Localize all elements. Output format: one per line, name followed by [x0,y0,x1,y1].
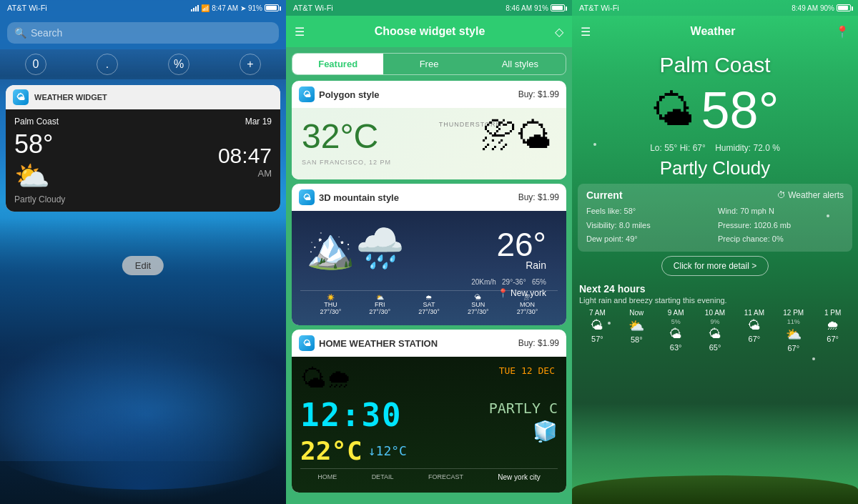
hour-icon-6: 🌧 [814,318,851,333]
status-icons-2: 8:46 AM 91% [506,4,565,12]
panel-widget-chooser: AT&T Wi-Fi 8:46 AM 91% ☰ Choose widget s… [286,0,572,504]
time-3: 8:49 AM [792,4,818,12]
edit-button[interactable]: Edit [122,256,164,275]
sparkle-1 [593,143,596,146]
current-header: Current ⏱ Weather alerts [586,189,844,201]
widget-row-top: Palm Coast Mar 19 [14,117,272,127]
mountain-humidity: 65% [532,278,546,286]
tab-all-styles[interactable]: All styles [475,54,566,74]
feels-like: Feels like: 58° [586,205,712,218]
num-dot[interactable]: . [97,54,118,75]
forecast-mon: ⛈MON27°/30° [517,294,538,315]
tab-featured[interactable]: Featured [292,54,383,74]
home-station-price[interactable]: Buy: $1.99 [518,338,559,348]
home-station-preview: 🌤🌧 12:30 22°C ↓12°C TUE 12 DEC PARTLY C … [292,357,566,493]
search-bar[interactable]: 🔍 Search [0,16,286,49]
current-title: Current [586,189,623,201]
hamburger-icon[interactable]: ☰ [295,25,305,39]
home-date-display: TUE 12 DEC [499,365,555,376]
hourly-forecast-row: 7 AM 🌤 57° Now ⛅ 58° 9 AM 5% 🌤 63° 10 AM… [579,309,851,352]
widget-location: Palm Coast [14,117,59,127]
panel3-title: Weather [591,25,835,38]
sparkle-4 [812,357,815,360]
panel-ios-widget: AT&T Wi-Fi 📶 8:47 AM ➤ 91% 🔍 Search 0 . … [0,0,286,504]
panel3-hamburger-icon[interactable]: ☰ [581,25,591,39]
diamond-icon[interactable]: ◇ [555,25,563,39]
polygon-icon: 🌤 [299,87,315,102]
pressure: Pressure: 1020.6 mb [718,219,844,232]
hour-icon-5: ⛅ [775,327,812,342]
widget-title: WEATHER WIDGET [34,93,107,102]
status-bar-1: AT&T Wi-Fi 📶 8:47 AM ➤ 91% [0,0,286,16]
num-pct[interactable]: % [168,54,189,75]
battery-icon-2 [551,4,565,11]
widget-body: Palm Coast Mar 19 58° ⛅ 08:47 AM Partly … [6,109,280,212]
detail-button[interactable]: Click for more detail > [661,256,769,276]
widget-card-polygon[interactable]: 🌤 Polygon style Buy: $1.99 32°C THUNDERS… [292,81,566,179]
next24-title: Next 24 hours [579,283,851,295]
mountain-card-header: 🌤 3D mountain style Buy: $1.99 [292,184,566,211]
panel-weather-detail: AT&T Wi-Fi 8:49 AM 90% ☰ Weather 📍 Palm … [572,0,858,504]
widget-card-home-station[interactable]: 🌤 HOME WEATHER STATION Buy: $1.99 🌤🌧 12:… [292,330,566,493]
hour-icon-4: 🌤 [736,318,772,333]
forecast-sun: 🌦SUN27°/30° [468,294,489,315]
widget-cloud-icon: ⛅ [14,159,53,193]
hour-icon-0: 🌤 [579,318,616,333]
home-sun-rain-icon: 🌤🌧 [300,364,407,394]
status-bar-3: AT&T Wi-Fi 8:49 AM 90% [572,0,858,16]
next24-section: Next 24 hours Light rain and breezy star… [572,280,858,355]
hour-11am: 11 AM 🌤 67° [736,309,772,352]
home-nav-forecast[interactable]: FORECAST [428,473,463,481]
mountain-icon: 🌤 [299,189,315,205]
home-nav-detail[interactable]: DETAIL [372,473,394,481]
polygon-price[interactable]: Buy: $1.99 [518,89,559,99]
mountain-forecast-row: ☀️THU27°/30° ⛅FRI27°/30° 🌧SAT27°/30° 🌦SU… [300,290,558,318]
battery-icon-3 [837,4,851,11]
widget-card-mountain[interactable]: 🌤 3D mountain style Buy: $1.99 🏔️🌧️ 26° … [292,184,566,325]
sparkle-3 [608,322,611,325]
num-plus[interactable]: + [240,54,261,75]
status-icons-3: 8:49 AM 90% [792,4,851,12]
mountain-condition: Rain [526,260,546,271]
polygon-location: SAN FRANCISCO, 12 PM [302,159,556,166]
forecast-thu: ☀️THU27°/30° [320,294,342,315]
home-nav-home[interactable]: HOME [317,473,337,481]
time-1: 8:47 AM [212,4,238,12]
number-row: 0 . % + [0,49,286,79]
hour-icon-3: 🌤 [697,327,734,342]
current-section: Current ⏱ Weather alerts Feels like: 58°… [578,184,852,252]
num-0[interactable]: 0 [25,54,46,75]
polygon-title-row: 🌤 Polygon style [299,87,380,102]
mountain-scene-icon: 🏔️🌧️ [306,225,405,272]
home-temp-display: 22°C [300,436,363,465]
widget-condition: Partly Cloudy [14,194,272,204]
signal-icon [191,5,199,11]
forecast-fri: ⛅FRI27°/30° [369,294,390,315]
home-station-title-row: 🌤 HOME WEATHER STATION [299,335,438,351]
search-input[interactable]: 🔍 Search [7,22,279,44]
home-location-label: New york city [498,473,540,481]
widget-ampm: AM [218,168,272,179]
battery-pct-1: 91% [248,4,262,12]
polygon-preview: 32°C THUNDERSTORM ⛈🌤 SAN FRANCISCO, 12 P… [292,108,566,179]
home-station-nav: HOME DETAIL FORECAST New york city [300,468,558,485]
carrier-1: AT&T Wi-Fi [7,4,47,12]
widget-time-display: 08:47 [218,144,272,168]
status-bar-2: AT&T Wi-Fi 8:46 AM 91% [286,0,572,16]
hour-7am: 7 AM 🌤 57° [579,309,616,352]
tab-free[interactable]: Free [383,54,474,74]
wind-speed: Wind: 70 mph N [718,205,844,218]
search-label: Search [31,27,62,39]
dew-point: Dew point: 49° [586,233,712,246]
widget-date: Mar 19 [245,117,272,127]
panel3-location-icon[interactable]: 📍 [835,25,849,39]
temp-details: Lo: 55° Hi: 67° Humidity: 72.0 % [572,143,858,153]
mountain-title: 3D mountain style [319,192,399,203]
mountain-price[interactable]: Buy: $1.99 [518,192,559,202]
mountain-temp: 26° [496,225,546,264]
status-icons-1: 📶 8:47 AM ➤ 91% [191,4,279,12]
home-bucket-icon: 🧊 [489,420,558,443]
home-time-display: 12:30 [300,397,402,433]
hour-icon-2: 🌤 [658,327,694,342]
weather-alerts[interactable]: ⏱ Weather alerts [777,190,844,200]
